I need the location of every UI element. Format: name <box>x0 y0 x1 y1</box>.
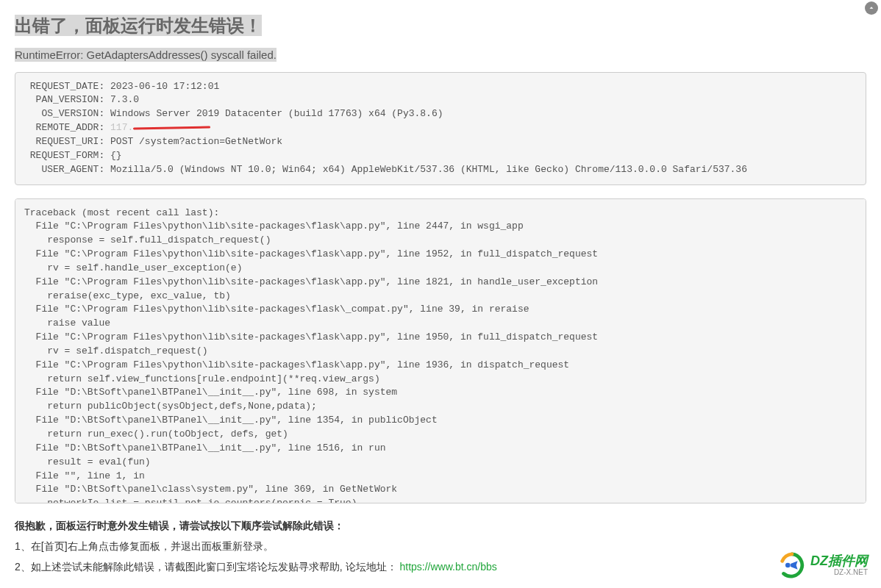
remote-addr-label: REMOTE_ADDR: <box>24 122 110 133</box>
error-title-wrap: 出错了，面板运行时发生错误！ <box>15 13 866 38</box>
help-step-2-text: 2、如上述尝试未能解除此错误，请截图此窗口到宝塔论坛发贴寻求帮助, 论坛地址： <box>15 561 397 573</box>
user-agent-label: USER_AGENT: <box>24 164 110 175</box>
remote-addr-value: 117. <box>110 122 210 133</box>
watermark-text: DZ插件网 <box>810 554 868 568</box>
request-form-label: REQUEST_FORM: <box>24 150 110 161</box>
error-subtitle-wrap: RuntimeError: GetAdaptersAddresses() sys… <box>15 49 866 62</box>
request-date-label: REQUEST_DATE: <box>24 81 110 92</box>
forum-link[interactable]: https://www.bt.cn/bbs <box>399 561 496 573</box>
help-step-1: 1、在[首页]右上角点击修复面板，并退出面板重新登录。 <box>15 536 866 556</box>
scroll-top-button[interactable] <box>865 1 878 15</box>
watermark-logo-icon <box>778 551 806 579</box>
pan-version-label: PAN_VERSION: <box>24 94 110 105</box>
os-version-label: OS_VERSION: <box>24 108 110 119</box>
user-agent-value: Mozilla/5.0 (Windows NT 10.0; Win64; x64… <box>110 164 747 175</box>
svg-point-0 <box>785 563 791 568</box>
request-info-box: REQUEST_DATE: 2023-06-10 17:12:01 PAN_VE… <box>15 72 866 185</box>
traceback-box[interactable]: Traceback (most recent call last): File … <box>15 198 866 503</box>
watermark-subtext: DZ-X.NET <box>810 568 868 576</box>
error-title: 出错了，面板运行时发生错误！ <box>15 15 262 36</box>
help-section: 很抱歉，面板运行时意外发生错误，请尝试按以下顺序尝试解除此错误： 1、在[首页]… <box>15 515 866 577</box>
request-form-value: {} <box>110 150 122 161</box>
os-version-value: Windows Server 2019 Datacenter (build 17… <box>110 108 443 119</box>
help-step-2: 2、如上述尝试未能解除此错误，请截图此窗口到宝塔论坛发贴寻求帮助, 论坛地址： … <box>15 556 866 577</box>
redaction-mark <box>133 123 210 133</box>
request-uri-value: POST /system?action=GetNetWork <box>110 136 282 147</box>
request-date-value: 2023-06-10 17:12:01 <box>110 81 219 92</box>
main-content: 出错了，面板运行时发生错误！ RuntimeError: GetAdapters… <box>0 0 881 588</box>
error-subtitle: RuntimeError: GetAdaptersAddresses() sys… <box>15 48 277 62</box>
pan-version-value: 7.3.0 <box>110 94 139 105</box>
watermark-text-wrap: DZ插件网 DZ-X.NET <box>810 554 868 576</box>
help-apology: 很抱歉，面板运行时意外发生错误，请尝试按以下顺序尝试解除此错误： <box>15 515 866 536</box>
request-uri-label: REQUEST_URI: <box>24 136 110 147</box>
watermark: DZ插件网 DZ-X.NET <box>778 551 868 579</box>
